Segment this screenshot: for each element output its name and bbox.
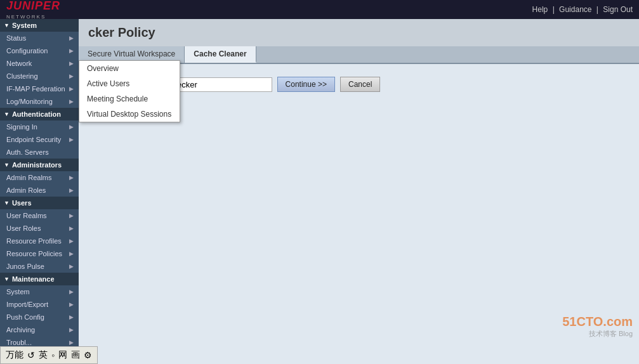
top-bar: JUNIPER NETWORKS Help | Guidance | Sign … [0,0,639,19]
auth-section-label: Authentication [12,110,61,118]
maintenance-section-label: Maintenance [12,275,55,283]
sidebar-item-junospulse[interactable]: Junos Pulse ▶ [0,260,79,273]
chevron-icon: ▶ [69,225,74,231]
chevron-icon: ▶ [69,250,74,257]
dropdown-item-meetingschedule[interactable]: Meeting Schedule [79,91,180,107]
chevron-icon: ▶ [69,60,74,67]
sign-out-link[interactable]: Sign Out [603,5,633,14]
chevron-icon: ▶ [69,187,74,193]
sidebar-item-signingin[interactable]: Signing In ▶ [0,120,79,133]
chevron-icon: ▶ [69,86,74,92]
sidebar-item-resourceprofiles[interactable]: Resource Profiles ▶ [0,235,79,247]
cancel-button[interactable]: Cancel [340,77,380,92]
toolbar-icon-4[interactable]: 网 [58,349,67,361]
sidebar-item-clustering[interactable]: Clustering ▶ [0,70,79,82]
continue-button[interactable]: Continue >> [277,77,335,92]
sidebar-item-network[interactable]: Network ▶ [0,57,79,70]
dropdown-item-activeusers[interactable]: Active Users [79,76,180,91]
chevron-icon: ▶ [69,98,74,105]
tab-cache-cleaner[interactable]: Cache Cleaner [185,46,256,63]
chevron-icon: ▶ [69,301,74,308]
watermark-main: 51CTO.com [562,315,633,329]
toolbar-icon-2[interactable]: 英 [39,349,48,361]
chevron-icon: ▶ [69,48,74,54]
dropdown-item-overview[interactable]: Overview [79,61,180,76]
chevron-icon: ▶ [69,238,74,244]
watermark: 51CTO.com 技术博客 Blog [562,315,633,339]
dropdown-menu: Overview Active Users Meeting Schedule V… [79,60,180,122]
sidebar-section-administrators[interactable]: ▼ Administrators [0,159,79,171]
sidebar-item-importexport[interactable]: Import/Export ▶ [0,298,79,311]
chevron-icon: ▶ [69,124,74,130]
page-title: cker Policy [88,25,629,40]
chevron-icon: ▶ [69,314,74,320]
chevron-icon: ▶ [69,289,74,295]
sidebar: ▼ System Status ▶ Configuration ▶ Networ… [0,19,79,364]
admin-section-label: Administrators [12,161,62,169]
sidebar-item-pushconfig[interactable]: Push Config ▶ [0,311,79,323]
dropdown-item-virtualdesktop[interactable]: Virtual Desktop Sessions [79,107,180,122]
help-link[interactable]: Help [532,5,548,14]
sidebar-item-archiving[interactable]: Archiving ▶ [0,323,79,336]
sidebar-item-adminroles[interactable]: Admin Roles ▶ [0,184,79,197]
chevron-icon: ▶ [69,263,74,270]
sidebar-section-maintenance[interactable]: ▼ Maintenance [0,273,79,285]
logo-name: JUNIPER [6,0,60,13]
sidebar-section-users[interactable]: ▼ Users [0,197,79,209]
chevron-icon: ▶ [69,174,74,181]
sidebar-item-configuration[interactable]: Configuration ▶ [0,44,79,57]
toolbar-icon-6[interactable]: ⚙ [84,350,92,360]
toolbar-label[interactable]: 万能 [6,349,23,361]
toolbar-icon-3[interactable]: ◦ [51,350,55,360]
sidebar-item-logmonitoring[interactable]: Log/Monitoring ▶ [0,95,79,108]
sidebar-item-ifmap[interactable]: IF-MAP Federation ▶ [0,82,79,95]
guidance-link[interactable]: Guidance [559,5,591,14]
chevron-icon: ▶ [69,339,74,346]
chevron-icon: ▶ [69,327,74,333]
sidebar-item-userrealms[interactable]: User Realms ▶ [0,209,79,222]
logo: JUNIPER NETWORKS [6,2,60,17]
chevron-icon: ▶ [69,136,74,143]
sidebar-item-authservers[interactable]: Auth. Servers [0,146,79,159]
system-section-label: System [12,22,37,29]
chevron-icon: ▶ [69,212,74,219]
sidebar-section-system[interactable]: ▼ System [0,19,79,32]
page-header: cker Policy [79,19,639,46]
top-links: Help | Guidance | Sign Out [532,5,633,14]
sidebar-item-maintenance-system[interactable]: System ▶ [0,285,79,298]
toolbar-icon-5[interactable]: 画 [71,349,80,361]
watermark-sub: 技术博客 Blog [562,329,633,339]
toolbar-icon-1[interactable]: ↺ [27,350,35,360]
sidebar-item-resourcepolicies[interactable]: Resource Policies ▶ [0,247,79,260]
sidebar-item-adminrealms[interactable]: Admin Realms ▶ [0,171,79,184]
bottom-toolbar: 万能 ↺ 英 ◦ 网 画 ⚙ [0,346,98,364]
sidebar-section-authentication[interactable]: ▼ Authentication [0,108,79,120]
users-section-label: Users [12,199,32,207]
sidebar-item-endpointsecurity[interactable]: Endpoint Security ▶ [0,133,79,146]
sidebar-item-status[interactable]: Status ▶ [0,32,79,44]
chevron-icon: ▶ [69,35,74,41]
chevron-icon: ▶ [69,73,74,79]
sidebar-item-userroles[interactable]: User Roles ▶ [0,222,79,235]
